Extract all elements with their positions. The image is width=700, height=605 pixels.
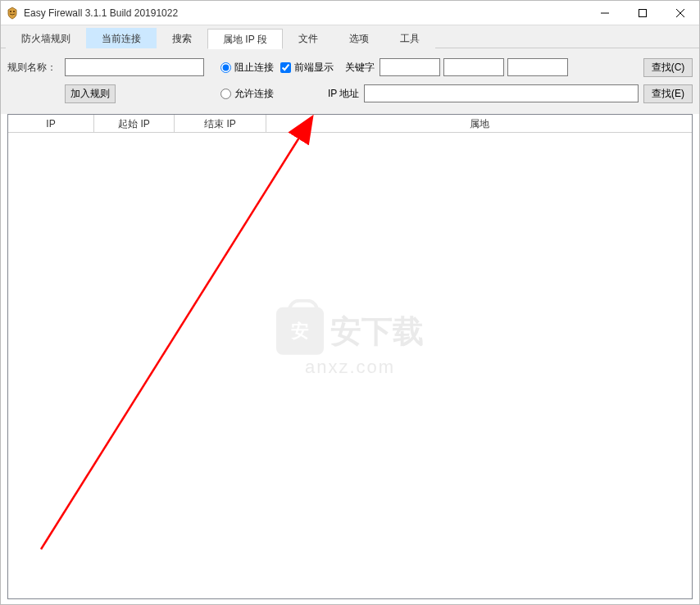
column-header-location[interactable]: 属地 <box>266 115 692 132</box>
keyword-input-3[interactable] <box>507 58 568 76</box>
watermark-bag-icon: 安 <box>276 307 324 355</box>
tab-location-ip-range[interactable]: 属地 IP 段 <box>207 29 283 49</box>
radio-block-input[interactable] <box>220 62 231 73</box>
checkbox-front-display[interactable]: 前端显示 <box>280 61 334 75</box>
keyword-label: 关键字 <box>345 61 375 75</box>
close-button[interactable] <box>661 1 699 25</box>
tab-firewall-rules[interactable]: 防火墙规则 <box>6 28 86 48</box>
minimize-button[interactable] <box>586 1 624 25</box>
tab-options[interactable]: 选项 <box>334 28 384 48</box>
radio-block-connection[interactable]: 阻止连接 <box>220 61 274 75</box>
watermark-main-text: 安下载 <box>330 310 424 352</box>
window-title: Easy Firewall 3.1.1 Build 20191022 <box>24 7 586 19</box>
keyword-input-1[interactable] <box>380 58 440 76</box>
ip-address-input[interactable] <box>364 84 639 102</box>
tab-current-connections[interactable]: 当前连接 <box>86 28 157 48</box>
keyword-input-2[interactable] <box>443 58 504 76</box>
radio-allow-connection[interactable]: 允许连接 <box>220 87 274 101</box>
app-icon <box>6 7 19 20</box>
column-header-end-ip[interactable]: 结束 IP <box>175 115 266 132</box>
tab-tools[interactable]: 工具 <box>384 28 435 48</box>
watermark: 安 安下载 anxz.com <box>276 307 424 378</box>
tab-file[interactable]: 文件 <box>283 28 334 48</box>
checkbox-front-input[interactable] <box>280 62 291 73</box>
svg-rect-3 <box>639 9 647 16</box>
svg-line-6 <box>41 118 311 549</box>
svg-point-1 <box>13 11 15 12</box>
annotation-arrow <box>8 115 693 598</box>
search-e-button[interactable]: 查找(E) <box>643 84 693 103</box>
ip-range-table: IP 起始 IP 结束 IP 属地 安 安下载 anxz.com <box>7 114 693 599</box>
radio-allow-input[interactable] <box>220 89 231 99</box>
ip-address-label: IP 地址 <box>328 87 359 101</box>
tab-bar: 防火墙规则 当前连接 搜索 属地 IP 段 文件 选项 工具 <box>1 25 699 48</box>
maximize-button[interactable] <box>624 1 661 25</box>
watermark-sub-text: anxz.com <box>305 357 395 378</box>
tab-search[interactable]: 搜索 <box>157 28 207 48</box>
column-header-start-ip[interactable]: 起始 IP <box>94 115 175 132</box>
rule-name-label: 规则名称： <box>7 61 65 75</box>
search-c-button[interactable]: 查找(C) <box>643 58 693 77</box>
add-rule-button[interactable]: 加入规则 <box>65 84 116 103</box>
rule-name-input[interactable] <box>65 58 204 76</box>
svg-point-0 <box>10 11 11 12</box>
column-header-ip[interactable]: IP <box>8 115 94 132</box>
